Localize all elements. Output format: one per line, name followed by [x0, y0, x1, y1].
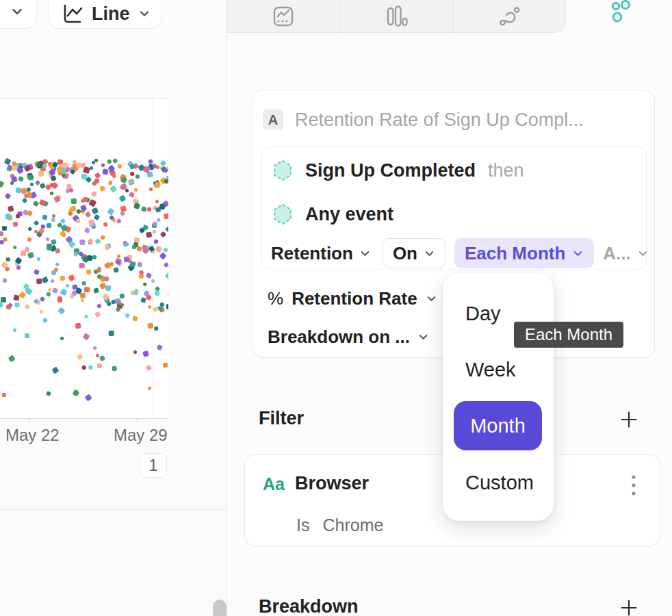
series-badge: A: [263, 110, 283, 130]
tab-flow-chart[interactable]: [453, 0, 565, 33]
series-badge-label: A: [268, 112, 278, 128]
dropdown-option-month-label: Month: [470, 415, 526, 437]
x-axis-label: May 29: [114, 426, 168, 445]
left-panel: Line May 22 May 29 1: [0, 0, 227, 616]
dropdown-option-week[interactable]: Week: [465, 359, 516, 381]
chevron-down-icon: [138, 8, 151, 20]
event-suffix: then: [488, 160, 524, 181]
event-hexagon-icon: [272, 203, 293, 225]
chevron-down-icon: [637, 248, 649, 259]
app-window: Line May 22 May 29 1: [0, 0, 672, 616]
page-number: 1: [149, 457, 158, 475]
filter-condition-row[interactable]: Is Chrome: [296, 515, 383, 535]
breakdown-on-dropdown[interactable]: Breakdown on ...: [268, 326, 429, 348]
retention-mode-label: Retention: [271, 243, 353, 264]
tab-scatter-chart-active[interactable]: [566, 0, 672, 33]
chart-type-button[interactable]: Line: [49, 0, 162, 29]
section-divider: [0, 509, 227, 510]
x-axis-tick: [137, 418, 138, 423]
add-breakdown-button[interactable]: [618, 597, 640, 616]
event-block: Sign Up Completed then Any event Retenti…: [261, 146, 647, 270]
retention-controls-row: Retention On Each Month A...: [268, 238, 649, 268]
dropdown-option-day[interactable]: Day: [465, 303, 501, 325]
retention-mode-dropdown[interactable]: Retention: [268, 243, 374, 264]
on-dropdown[interactable]: On: [383, 238, 445, 268]
line-chart-icon: [60, 2, 83, 25]
bar-chart-icon: [385, 5, 408, 28]
chevron-down-icon: [10, 5, 24, 18]
x-axis-tick: [29, 418, 29, 423]
event-hexagon-icon: [272, 159, 293, 181]
breakdown-section-title: Breakdown: [259, 596, 359, 616]
percent-symbol: %: [268, 288, 283, 309]
filter-kebab-menu[interactable]: [625, 473, 642, 498]
pagination-page-button[interactable]: 1: [140, 453, 167, 478]
interval-label: Each Month: [465, 243, 565, 264]
event-name: Any event: [305, 204, 393, 225]
dropdown-option-custom[interactable]: Custom: [465, 472, 534, 494]
scatter-dots-icon: [606, 0, 633, 25]
event-name: Sign Up Completed: [305, 160, 476, 181]
metrics-chart-icon: [272, 5, 295, 28]
scrollbar-thumb[interactable]: [213, 600, 227, 616]
scatter-plot-area: [0, 98, 168, 419]
filter-section-title: Filter: [259, 408, 304, 429]
collapsed-dropdown-button[interactable]: [0, 0, 37, 29]
add-filter-button[interactable]: [618, 409, 640, 431]
plus-icon: [619, 598, 639, 616]
chevron-down-icon: [424, 248, 435, 259]
interval-tooltip: Each Month: [514, 322, 623, 348]
breakdown-on-label: Breakdown on ...: [268, 326, 410, 348]
filter-property-name: Browser: [295, 473, 369, 494]
measure-row[interactable]: % Retention Rate <: [268, 287, 456, 309]
event-row-return[interactable]: Any event: [272, 203, 393, 225]
filter-value: Chrome: [322, 515, 383, 535]
flow-squiggle-icon: [497, 5, 521, 28]
tab-bar-chart[interactable]: [340, 0, 452, 33]
event-row-first[interactable]: Sign Up Completed then: [272, 159, 524, 181]
actual-label: A...: [603, 243, 630, 264]
on-label: On: [393, 243, 417, 264]
query-title[interactable]: Retention Rate of Sign Up Compl...: [295, 110, 584, 130]
dropdown-option-month-selected[interactable]: Month: [454, 401, 542, 450]
chevron-down-icon: [417, 331, 429, 343]
actual-dropdown[interactable]: A...: [603, 243, 648, 264]
chevron-down-icon: [572, 248, 584, 259]
chevron-down-icon: [426, 293, 437, 305]
interval-dropdown-trigger[interactable]: Each Month: [454, 238, 594, 268]
tab-metrics-chart[interactable]: [227, 0, 339, 33]
filter-operator: Is: [296, 515, 309, 535]
plus-icon: [619, 409, 639, 430]
property-type-badge: Aa: [263, 474, 285, 494]
kebab-icon: [631, 474, 636, 497]
chart-type-label: Line: [92, 3, 130, 25]
x-axis-label: May 22: [5, 426, 60, 445]
chevron-down-icon: [359, 248, 371, 259]
measure-label: Retention Rate: [292, 288, 417, 309]
interval-dropdown-menu: Day Week Month Custom: [443, 273, 554, 521]
